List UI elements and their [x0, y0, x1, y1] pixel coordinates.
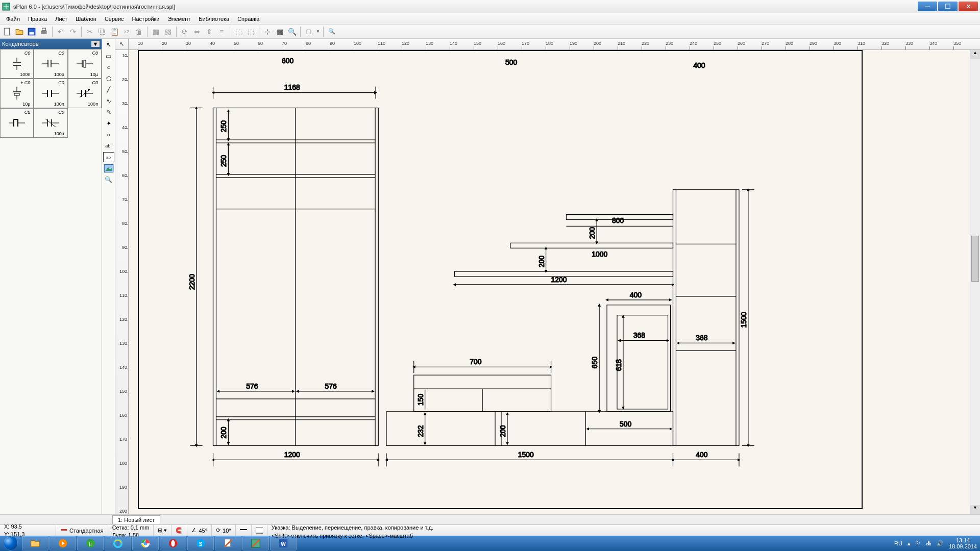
cut-icon[interactable]: ✂ [85, 27, 95, 37]
svg-rect-145 [256, 527, 263, 533]
open-icon[interactable] [14, 27, 24, 37]
status-layer: Стандартная [56, 525, 108, 536]
scroll-up-icon[interactable]: ▲ [970, 50, 980, 59]
tray-flag-icon[interactable]: ⚐ [916, 540, 921, 547]
task-notepad[interactable] [215, 536, 241, 550]
bezier-tool[interactable]: ∿ [103, 96, 114, 106]
task-explorer[interactable] [22, 536, 48, 550]
svg-point-154 [171, 540, 175, 547]
task-wmp[interactable] [50, 536, 76, 550]
poly-tool[interactable]: ⬠ [103, 73, 114, 84]
task-utorrent[interactable]: µ [77, 536, 104, 550]
svg-text:200: 200 [537, 256, 546, 267]
rect-tool[interactable]: ▭ [103, 51, 114, 61]
delete-icon[interactable]: 🗑 [134, 27, 144, 37]
scroll-thumb[interactable] [971, 236, 979, 282]
new-icon[interactable] [2, 27, 12, 37]
status-angle10[interactable]: ⟳ 10° [212, 525, 236, 536]
snap-icon[interactable]: ⊹ [262, 27, 273, 37]
image-tool[interactable] [103, 163, 114, 173]
tray-lang[interactable]: RU [894, 540, 902, 546]
svg-text:232: 232 [416, 425, 425, 437]
menu-file[interactable]: Файл [2, 15, 24, 23]
component-item[interactable]: C0 [0, 108, 34, 138]
task-splan[interactable] [242, 536, 269, 550]
status-angle45[interactable]: ∠ 45° [187, 525, 212, 536]
front-icon[interactable]: ▦ [151, 27, 161, 37]
menu-edit[interactable]: Правка [24, 15, 51, 23]
svg-rect-20 [14, 93, 19, 95]
status-fill[interactable] [252, 525, 267, 536]
circle-tool[interactable]: ○ [103, 62, 114, 72]
drawing-canvas[interactable]: 600 500 400 1168 [129, 50, 970, 514]
app-icon [2, 3, 10, 11]
svg-text:250: 250 [219, 120, 228, 132]
tray-network-icon[interactable]: 🖧 [926, 540, 932, 546]
vertical-scrollbar[interactable]: ▲ ▼ [970, 50, 980, 514]
sheet-tab[interactable]: 1: Новый лист [112, 515, 160, 524]
task-word[interactable]: W [270, 536, 297, 550]
svg-text:500: 500 [620, 420, 631, 428]
menu-template[interactable]: Шаблон [71, 15, 101, 23]
pointer-tool[interactable]: ↖ [103, 40, 114, 50]
dimension-tool[interactable]: ↔ [103, 130, 114, 140]
group-icon[interactable]: ⬚ [233, 27, 243, 37]
component-item[interactable]: C0100п [68, 79, 102, 108]
rect-tool-icon[interactable]: □ [304, 27, 314, 37]
scroll-down-icon[interactable]: ▼ [970, 505, 980, 514]
redo-icon[interactable]: ↷ [68, 27, 78, 37]
flipv-icon[interactable]: ⇕ [204, 27, 214, 37]
zoom-icon[interactable]: 🔍 [327, 27, 337, 37]
save-icon[interactable] [27, 27, 37, 37]
menu-service[interactable]: Сервис [101, 15, 128, 23]
component-item[interactable]: C0100p [34, 49, 67, 79]
free-tool[interactable]: ✎ [103, 107, 114, 117]
status-linestyle[interactable] [236, 525, 252, 536]
menu-sheet[interactable]: Лист [51, 15, 71, 23]
back-icon[interactable]: ▧ [163, 27, 173, 37]
menu-settings[interactable]: Настройки [128, 15, 164, 23]
menu-element[interactable]: Элемент [163, 15, 194, 23]
find-icon[interactable]: 🔍 [287, 27, 297, 37]
status-magnet[interactable]: 🧲 [172, 525, 187, 536]
copy-icon[interactable]: ⿻ [97, 27, 107, 37]
minimize-button[interactable]: ─ [918, 2, 937, 11]
line-tool[interactable]: ╱ [103, 85, 114, 95]
ungroup-icon[interactable]: ⬚ [246, 27, 256, 37]
node-tool[interactable]: ✦ [103, 118, 114, 129]
grid-icon[interactable]: ▦ [275, 27, 285, 37]
menu-help[interactable]: Справка [233, 15, 263, 23]
component-item[interactable]: + C010µ [0, 79, 34, 108]
dup-icon[interactable]: x2 [121, 27, 132, 37]
library-dropdown[interactable]: Конденсаторы ▼ [0, 39, 102, 49]
menu-library[interactable]: Библиотека [194, 15, 233, 23]
component-item[interactable]: C0100п [34, 108, 67, 138]
task-ie[interactable] [105, 536, 131, 550]
tray-clock[interactable]: 13:1418.09.2014 [949, 537, 977, 549]
rotate-icon[interactable]: ⟳ [180, 27, 190, 37]
task-opera[interactable] [160, 536, 186, 550]
align-icon[interactable]: ≡ [216, 27, 227, 37]
fliph-icon[interactable]: ⇔ [192, 27, 202, 37]
task-chrome[interactable] [132, 536, 159, 550]
component-item[interactable]: C0100n [34, 79, 67, 108]
maximize-button[interactable]: ☐ [938, 2, 958, 11]
status-grid-toggle[interactable]: ⊞ ▾ [154, 525, 172, 536]
tray-show-hidden-icon[interactable]: ▴ [908, 540, 911, 547]
textlabel-tool[interactable]: ab [103, 152, 114, 162]
text-tool[interactable]: abI [103, 141, 114, 151]
tray-volume-icon[interactable]: 🔊 [937, 540, 944, 547]
title-bar: sPlan 6.0 - [c:\users\Тимофей\desktop\го… [0, 0, 980, 13]
component-item[interactable]: C010µ [68, 49, 102, 79]
task-skype[interactable]: S [187, 536, 214, 550]
print-icon[interactable] [39, 27, 49, 37]
close-button[interactable]: ✕ [959, 2, 978, 11]
start-button[interactable] [0, 536, 21, 551]
paste-icon[interactable]: 📋 [109, 27, 119, 37]
component-item[interactable]: C0100n [0, 49, 34, 79]
library-panel: Конденсаторы ▼ C0100n C0100p C010µ + C01… [0, 39, 102, 514]
svg-marker-31 [88, 89, 90, 91]
dropdown-icon[interactable]: ▼ [316, 27, 320, 37]
undo-icon[interactable]: ↶ [56, 27, 66, 37]
zoom-tool[interactable]: 🔍 [103, 174, 114, 185]
